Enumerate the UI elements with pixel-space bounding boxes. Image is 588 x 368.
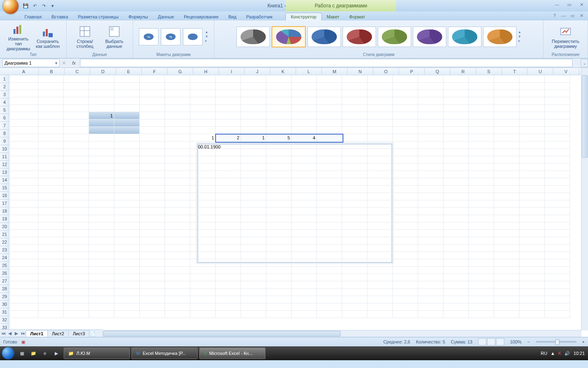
sheet-nav-next[interactable]: ▶: [13, 330, 20, 337]
layouts-scroll-down[interactable]: ▼: [205, 35, 208, 38]
select-data-button[interactable]: Выбрать данные: [101, 25, 128, 49]
new-sheet-icon[interactable]: 📄: [89, 330, 96, 337]
sheet-tab-3[interactable]: Лист3: [68, 330, 89, 337]
taskbar-pin-explorer[interactable]: 📁: [28, 348, 39, 359]
col-header-O[interactable]: O: [373, 68, 399, 75]
row-header-10[interactable]: 10: [0, 145, 9, 153]
col-header-T[interactable]: T: [502, 68, 528, 75]
row-header-7[interactable]: 7: [0, 122, 9, 130]
styles-scroll-up[interactable]: ▲: [518, 30, 521, 34]
tab-developer[interactable]: Разработчик: [241, 13, 277, 20]
row-header-17[interactable]: 17: [0, 200, 9, 207]
row-header-4[interactable]: 4: [0, 99, 9, 106]
col-header-R[interactable]: R: [450, 68, 476, 75]
view-page-layout-button[interactable]: [487, 338, 495, 346]
col-header-C[interactable]: C: [65, 68, 90, 75]
row-header-30[interactable]: 30: [0, 301, 9, 308]
row-header-16[interactable]: 16: [0, 192, 9, 200]
row-header-15[interactable]: 15: [0, 184, 9, 192]
row-header-23[interactable]: 23: [0, 246, 9, 254]
zoom-slider[interactable]: [536, 341, 577, 343]
row-header-20[interactable]: 20: [0, 223, 9, 231]
row-header-25[interactable]: 25: [0, 262, 9, 269]
chart-style-3[interactable]: [307, 27, 341, 47]
row-header-1[interactable]: 1: [0, 75, 9, 83]
tab-page-layout[interactable]: Разметка страницы: [73, 13, 124, 20]
fx-icon[interactable]: fx: [70, 59, 78, 67]
move-chart-button[interactable]: Переместить диаграмму: [548, 25, 583, 49]
taskbar-task-word[interactable]: WExcel Методичка [Р...: [131, 348, 198, 359]
macro-record-icon[interactable]: ▣: [21, 339, 25, 345]
row-header-2[interactable]: 2: [0, 83, 9, 91]
tab-design[interactable]: Конструктор: [285, 13, 322, 20]
row-header-11[interactable]: 11: [0, 153, 9, 161]
col-header-Q[interactable]: Q: [425, 68, 450, 75]
row-header-6[interactable]: 6: [0, 114, 9, 122]
chart-style-2-selected[interactable]: [272, 26, 306, 47]
col-header-I[interactable]: I: [219, 68, 245, 75]
cells-area[interactable]: 00.01.1900 112154: [9, 75, 581, 330]
tab-format[interactable]: Формат: [344, 13, 370, 20]
change-chart-type-button[interactable]: Изменить тип диаграммы: [5, 22, 32, 51]
layouts-more[interactable]: ▾: [205, 39, 208, 43]
cancel-formula-icon[interactable]: ✕: [60, 59, 68, 67]
tray-clock[interactable]: 10:21: [573, 351, 585, 356]
close-button[interactable]: ✕: [577, 1, 586, 8]
styles-scroll-down[interactable]: ▼: [518, 35, 521, 38]
undo-icon[interactable]: ↶: [31, 2, 38, 9]
tab-view[interactable]: Вид: [223, 13, 241, 20]
col-header-B[interactable]: B: [39, 68, 65, 75]
sheet-nav-first[interactable]: ⏮: [0, 330, 7, 337]
chart-layout-1[interactable]: %: [139, 28, 158, 45]
ribbon-minimize-icon[interactable]: —: [560, 12, 567, 19]
row-header-8[interactable]: 8: [0, 130, 9, 137]
styles-more[interactable]: ▾: [518, 39, 521, 43]
col-header-M[interactable]: M: [322, 68, 347, 75]
col-header-V[interactable]: V: [553, 68, 579, 75]
redo-icon[interactable]: ↷: [40, 2, 47, 9]
col-header-F[interactable]: F: [142, 68, 167, 75]
row-header-28[interactable]: 28: [0, 285, 9, 293]
chart-layout-3[interactable]: [183, 28, 203, 45]
help-icon[interactable]: ?: [551, 12, 558, 19]
row-header-18[interactable]: 18: [0, 207, 9, 215]
sheet-nav-last[interactable]: ⏭: [20, 330, 26, 337]
horizontal-scrollbar[interactable]: [102, 330, 581, 337]
taskbar-task-excel[interactable]: XMicrosoft Excel - Кн...: [199, 348, 265, 359]
maximize-button[interactable]: ▭: [564, 1, 574, 8]
tab-data[interactable]: Данные: [153, 13, 179, 20]
taskbar-pin-ie[interactable]: e: [39, 348, 51, 359]
col-header-G[interactable]: G: [167, 68, 193, 75]
name-box-dropdown-icon[interactable]: ▾: [55, 61, 58, 66]
sheet-tab-1[interactable]: Лист1: [26, 330, 48, 337]
hscroll-thumb[interactable]: [103, 331, 341, 337]
tray-lang[interactable]: RU: [541, 351, 547, 356]
row-header-29[interactable]: 29: [0, 293, 9, 301]
col-header-A[interactable]: A: [9, 68, 39, 75]
sheet-tab-2[interactable]: Лист2: [47, 330, 69, 337]
vscroll-thumb[interactable]: [582, 75, 588, 158]
formula-input[interactable]: [80, 59, 572, 67]
taskbar-pin-wmp[interactable]: ▶: [51, 348, 62, 359]
row-header-27[interactable]: 27: [0, 277, 9, 285]
taskbar-pin-desktop[interactable]: ▦: [16, 348, 28, 359]
layouts-scroll-up[interactable]: ▲: [205, 30, 208, 34]
row-header-12[interactable]: 12: [0, 161, 9, 168]
row-header-24[interactable]: 24: [0, 254, 9, 262]
col-header-N[interactable]: N: [347, 68, 373, 75]
tab-layout[interactable]: Макет: [322, 13, 344, 20]
row-header-32[interactable]: 32: [0, 316, 9, 324]
view-page-break-button[interactable]: [496, 338, 504, 346]
col-header-J[interactable]: J: [245, 68, 270, 75]
chart-style-8[interactable]: [483, 27, 517, 47]
zoom-out-button[interactable]: −: [527, 339, 530, 344]
zoom-level[interactable]: 100%: [510, 339, 521, 344]
row-header-26[interactable]: 26: [0, 269, 9, 277]
taskbar-task-folder[interactable]: 📁Л.Ю.М: [64, 348, 130, 359]
tab-insert[interactable]: Вставка: [47, 13, 73, 20]
chart-style-5[interactable]: [378, 27, 411, 47]
tray-icon[interactable]: ▲: [550, 351, 555, 356]
tab-review[interactable]: Рецензирование: [179, 13, 223, 20]
col-header-S[interactable]: S: [476, 68, 502, 75]
row-header-22[interactable]: 22: [0, 238, 9, 246]
